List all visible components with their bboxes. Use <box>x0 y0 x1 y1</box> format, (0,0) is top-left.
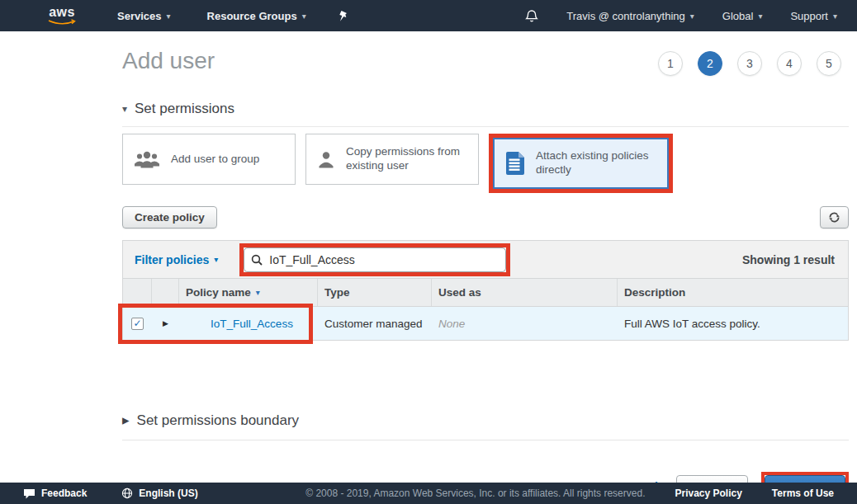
policy-name-link[interactable]: IoT_Full_Access <box>211 318 293 330</box>
main-content: Add user ▾ Set permissions Add user to g… <box>122 31 849 501</box>
speech-bubble-icon <box>23 488 36 499</box>
results-summary: Showing 1 result <box>742 253 836 266</box>
aws-logo-text: aws <box>49 6 75 19</box>
support-menu[interactable]: Support ▾ <box>790 10 837 22</box>
card-add-user-to-group[interactable]: Add user to group <box>122 134 296 185</box>
policy-filter-bar: Filter policies ▾ Showing 1 result <box>123 241 848 279</box>
globe-icon <box>121 488 133 499</box>
chevron-down-icon: ▾ <box>167 12 171 21</box>
notifications-bell-button[interactable] <box>525 9 538 23</box>
policy-description-cell: Full AWS IoT access policy. <box>618 307 848 340</box>
user-group-icon <box>133 150 161 168</box>
language-selector[interactable]: English (US) <box>121 488 197 499</box>
create-policy-button[interactable]: Create policy <box>122 206 217 228</box>
policy-used-as-cell: None <box>438 318 465 330</box>
header-select-column <box>123 279 152 306</box>
policy-toolbar: Create policy <box>122 206 849 228</box>
policy-document-icon <box>504 151 526 176</box>
filter-policies-dropdown[interactable]: Filter policies ▾ <box>135 253 218 266</box>
bell-icon <box>525 9 538 23</box>
user-icon <box>316 150 336 168</box>
aws-smile-icon <box>48 19 76 26</box>
chevron-down-icon: ▾ <box>690 12 694 21</box>
annotation-box-search <box>239 243 510 276</box>
caret-right-icon: ▸ <box>122 412 130 429</box>
set-permissions-toggle[interactable]: ▾ Set permissions <box>122 101 849 127</box>
footer-bar: Feedback English (US) © 2008 - 2019, Ama… <box>0 483 857 504</box>
permission-option-cards: Add user to group Copy permissions from … <box>122 134 849 193</box>
table-row-iot-full-access[interactable]: ✓ ▶ IoT_Full_Access Customer managed Non… <box>123 307 848 340</box>
chevron-down-icon: ▾ <box>302 12 306 21</box>
terms-of-use-link[interactable]: Terms of Use <box>772 488 834 499</box>
policy-type-cell: Customer managed <box>318 307 432 340</box>
copyright-text: © 2008 - 2019, Amazon Web Services, Inc.… <box>305 488 645 499</box>
set-permissions-boundary-toggle[interactable]: ▸ Set permissions boundary <box>122 412 849 440</box>
account-menu[interactable]: Travis @ controlanything ▾ <box>566 10 694 22</box>
header-policy-name[interactable]: Policy name ▾ <box>179 279 318 306</box>
card-label: Copy permissions from existing user <box>346 145 468 173</box>
nav-services[interactable]: Services ▾ <box>117 10 171 22</box>
chevron-down-icon: ▾ <box>214 255 218 264</box>
feedback-button[interactable]: Feedback <box>23 488 87 499</box>
chevron-down-icon: ▾ <box>833 12 837 21</box>
card-copy-permissions[interactable]: Copy permissions from existing user <box>305 134 479 185</box>
card-attach-existing-policies[interactable]: Attach existing policies directly <box>493 138 669 189</box>
header-used-as: Used as <box>432 279 618 306</box>
annotation-box-selected-card: Attach existing policies directly <box>489 134 673 193</box>
permissions-boundary-heading: Set permissions boundary <box>137 412 300 429</box>
privacy-policy-link[interactable]: Privacy Policy <box>675 488 741 499</box>
caret-down-icon: ▾ <box>122 103 127 115</box>
row-expand-arrow-icon[interactable]: ▶ <box>163 319 168 327</box>
aws-logo[interactable]: aws <box>48 6 76 26</box>
policy-table: Filter policies ▾ Showing 1 result Polic… <box>122 240 849 341</box>
chevron-down-icon: ▾ <box>758 12 762 21</box>
header-type: Type <box>318 279 432 306</box>
region-menu[interactable]: Global ▾ <box>722 10 763 22</box>
page-title: Add user <box>122 48 849 74</box>
card-label: Attach existing policies directly <box>536 149 657 177</box>
nav-resource-groups[interactable]: Resource Groups ▾ <box>207 10 306 22</box>
refresh-icon <box>828 211 840 224</box>
sort-caret-icon: ▾ <box>256 288 260 297</box>
top-navigation-bar: aws Services ▾ Resource Groups ▾ Travis … <box>0 0 857 31</box>
table-header-row: Policy name ▾ Type Used as Description <box>123 279 848 307</box>
pin-shortcut-button[interactable] <box>338 10 348 22</box>
header-expand-column <box>152 279 179 306</box>
pushpin-icon <box>338 10 348 22</box>
set-permissions-heading: Set permissions <box>135 101 234 117</box>
row-checkbox-checked[interactable]: ✓ <box>131 318 144 330</box>
policy-search-input[interactable] <box>268 252 499 267</box>
refresh-button[interactable] <box>820 206 849 228</box>
header-description: Description <box>618 279 848 306</box>
card-label: Add user to group <box>171 153 259 167</box>
search-icon <box>251 254 263 266</box>
policy-search-box <box>244 247 506 272</box>
